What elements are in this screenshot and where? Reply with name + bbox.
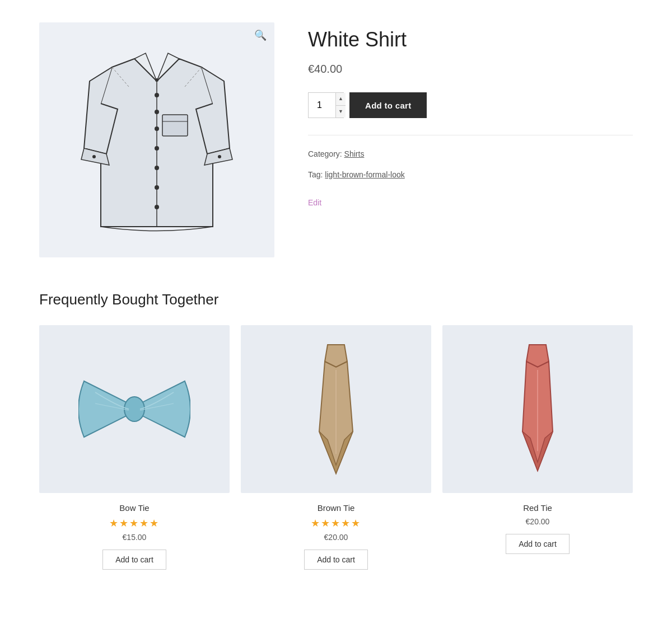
svg-point-3: [155, 93, 159, 97]
red-tie-image: [442, 325, 633, 493]
svg-point-8: [155, 185, 159, 190]
page-wrapper: 🔍: [28, 0, 644, 592]
bow-tie-stars: ★★★★★: [109, 517, 160, 529]
svg-point-9: [155, 205, 159, 209]
svg-rect-0: [162, 115, 188, 136]
brown-tie-price: €20.00: [324, 533, 348, 542]
bow-tie-price: €15.00: [123, 533, 147, 542]
red-tie-add-to-cart-button[interactable]: Add to cart: [506, 534, 570, 554]
bow-tie-add-to-cart-button[interactable]: Add to cart: [102, 550, 166, 570]
svg-point-5: [155, 126, 159, 131]
brown-tie-name: Brown Tie: [318, 503, 355, 513]
quantity-field[interactable]: ▲ ▼: [308, 92, 344, 118]
fbt-section: Frequently Bought Together: [39, 291, 633, 570]
fbt-grid: Bow Tie ★★★★★ €15.00 Add to cart: [39, 325, 633, 570]
brown-tie-stars: ★★★★★: [311, 517, 361, 529]
product-card-bow-tie: Bow Tie ★★★★★ €15.00 Add to cart: [39, 325, 230, 570]
bow-tie-name: Bow Tie: [119, 503, 149, 513]
product-section: 🔍: [39, 22, 633, 257]
product-image: [73, 36, 241, 243]
product-details: White Shirt €40.00 ▲ ▼ Add to cart Categ…: [308, 22, 633, 257]
svg-point-13: [92, 155, 96, 158]
brown-tie-svg: [311, 342, 361, 476]
product-card-red-tie: Red Tie €20.00 Add to cart: [442, 325, 633, 570]
svg-point-6: [155, 146, 159, 151]
bow-tie-svg: [78, 376, 190, 443]
svg-point-4: [155, 110, 159, 114]
product-price: €40.00: [308, 63, 633, 76]
product-divider: [308, 135, 633, 135]
brown-tie-add-to-cart-button[interactable]: Add to cart: [304, 550, 368, 570]
tag-link[interactable]: light-brown-formal-look: [325, 170, 404, 179]
product-image-container: 🔍: [39, 22, 274, 257]
product-card-brown-tie: Brown Tie ★★★★★ €20.00 Add to cart: [241, 325, 431, 570]
red-tie-svg: [512, 342, 563, 476]
quantity-up-button[interactable]: ▲: [336, 93, 346, 106]
fbt-title: Frequently Bought Together: [39, 291, 633, 308]
product-tag: Tag: light-brown-formal-look: [308, 167, 633, 182]
svg-point-10: [155, 78, 158, 82]
bow-tie-image: [39, 325, 230, 493]
brown-tie-image: [241, 325, 431, 493]
zoom-icon[interactable]: 🔍: [254, 29, 267, 41]
product-actions: ▲ ▼ Add to cart: [308, 92, 633, 118]
red-tie-name: Red Tie: [523, 503, 552, 513]
product-title: White Shirt: [308, 28, 633, 51]
quantity-spinners: ▲ ▼: [335, 93, 346, 118]
red-tie-price: €20.00: [526, 517, 550, 526]
svg-point-14: [218, 155, 221, 158]
add-to-cart-button[interactable]: Add to cart: [349, 92, 427, 118]
svg-point-7: [155, 166, 159, 170]
category-label: Category:: [308, 149, 342, 158]
category-link[interactable]: Shirts: [344, 149, 365, 158]
quantity-input[interactable]: [312, 93, 335, 118]
product-category: Category: Shirts: [308, 147, 633, 162]
tag-label: Tag:: [308, 170, 323, 179]
edit-link[interactable]: Edit: [308, 198, 321, 207]
quantity-down-button[interactable]: ▼: [336, 106, 346, 118]
